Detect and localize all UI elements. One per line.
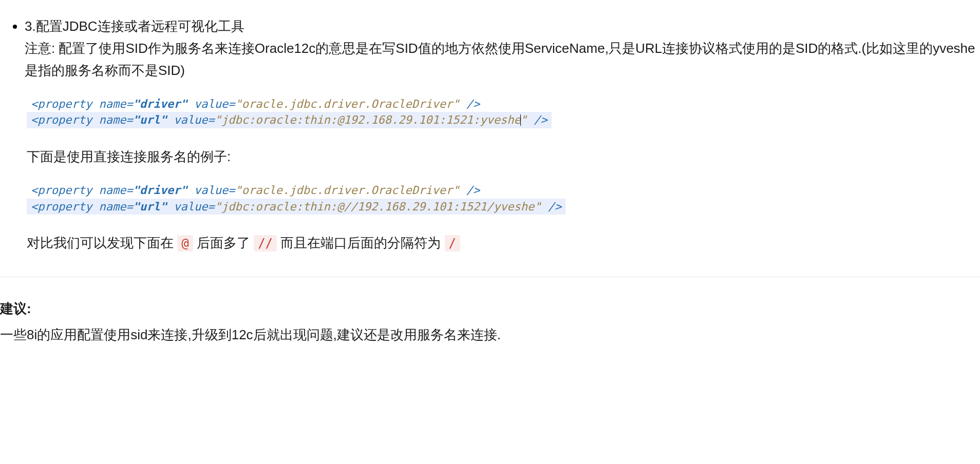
code-token: />: [459, 98, 480, 110]
suggestion-section: 建议: 一些8i的应用配置使用sid来连接,升级到12c后就出现问题,建议还是改…: [0, 298, 980, 346]
code-token: jdbc:oracle:thin:@//192.168.29.101:1521/…: [221, 200, 541, 213]
code-token: ": [520, 113, 527, 126]
text: 对比我们可以发现下面在: [27, 235, 177, 250]
inline-code: @: [177, 235, 193, 252]
code-block-2: <property name="driver" value="oracle.jd…: [27, 182, 980, 215]
bullet-list: 3.配置JDBC连接或者远程可视化工具 注意: 配置了使用SID作为服务名来连接…: [0, 15, 980, 254]
inline-code: /: [445, 235, 460, 252]
paragraph: 一些8i的应用配置使用sid来连接,升级到12c后就出现问题,建议还是改用服务名…: [0, 324, 980, 346]
code-token: name=: [92, 200, 133, 213]
section-heading: 建议:: [0, 298, 980, 320]
code-token: <property: [31, 184, 92, 197]
code-token: value=: [167, 200, 215, 213]
code-token: ": [215, 200, 221, 213]
code-token: value=: [167, 113, 215, 126]
code-token: name=: [92, 184, 133, 197]
code-token: <property: [31, 200, 92, 213]
text: 后面多了: [193, 235, 254, 250]
code-token: value=: [187, 98, 235, 110]
code-token: <property: [31, 113, 92, 126]
code-line: <property name="driver" value="oracle.jd…: [27, 182, 484, 199]
list-item: 3.配置JDBC连接或者远程可视化工具 注意: 配置了使用SID作为服务名来连接…: [25, 15, 980, 254]
code-token: />: [527, 113, 548, 126]
code-token: />: [459, 184, 480, 197]
text: 而且在端口后面的分隔符为: [277, 235, 444, 250]
code-token: name=: [92, 98, 133, 110]
paragraph: 下面是使用直接连接服务名的例子:: [27, 146, 980, 168]
code-token: <property: [31, 98, 92, 110]
code-token: jdbc:oracle:thin:@192.168.29.101:1521:yv…: [221, 113, 521, 126]
code-token: "driver": [133, 184, 187, 197]
code-token: "oracle.jdbc.driver.OracleDriver": [235, 98, 459, 110]
inline-code: //: [254, 235, 277, 252]
code-line: <property name="driver" value="oracle.jd…: [27, 96, 484, 112]
code-token: ": [215, 113, 221, 126]
code-line-highlighted: <property name="url" value="jdbc:oracle:…: [27, 199, 566, 215]
code-token: value=: [187, 184, 235, 197]
paragraph-compare: 对比我们可以发现下面在 @ 后面多了 // 而且在端口后面的分隔符为 /: [27, 232, 980, 254]
list-item-title: 3.配置JDBC连接或者远程可视化工具: [25, 15, 980, 37]
code-token: "oracle.jdbc.driver.OracleDriver": [235, 184, 459, 197]
code-block-1: <property name="driver" value="oracle.jd…: [27, 96, 980, 128]
list-item-note: 注意: 配置了使用SID作为服务名来连接Oracle12c的意思是在写SID值的…: [25, 37, 980, 82]
divider: [0, 277, 980, 277]
code-token: "driver": [133, 98, 187, 110]
code-token: name=: [92, 113, 133, 126]
code-token: "url": [133, 113, 167, 126]
code-token: />: [541, 200, 561, 213]
code-token: "url": [133, 200, 167, 213]
article-body: 3.配置JDBC连接或者远程可视化工具 注意: 配置了使用SID作为服务名来连接…: [0, 0, 980, 361]
code-line-highlighted: <property name="url" value="jdbc:oracle:…: [27, 112, 552, 128]
